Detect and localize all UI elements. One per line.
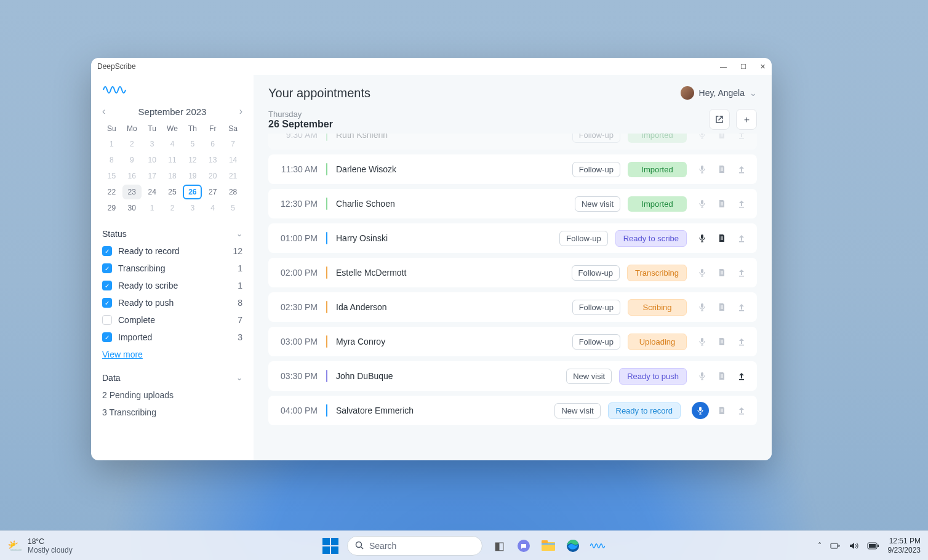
checkbox-icon[interactable]: ✓	[102, 263, 112, 273]
calendar-day[interactable]: 24	[143, 185, 162, 199]
tray-chevron-icon[interactable]: ˄	[818, 542, 822, 550]
calendar-day[interactable]: 6	[203, 137, 222, 151]
appointment-row[interactable]: 01:00 PM Harry Osinski Follow-up Ready t…	[268, 223, 757, 253]
user-menu[interactable]: Hey, Angela ⌄	[681, 86, 757, 100]
calendar-day[interactable]: 17	[143, 169, 162, 183]
upload-icon[interactable]	[737, 303, 748, 311]
document-icon[interactable]	[718, 134, 729, 139]
upload-icon[interactable]	[737, 234, 748, 242]
calendar-day[interactable]: 20	[203, 169, 222, 183]
upload-icon[interactable]	[737, 372, 748, 380]
status-filter[interactable]: ✓Transcribing1	[102, 263, 242, 273]
calendar-day[interactable]: 28	[223, 185, 242, 199]
document-icon[interactable]	[718, 303, 729, 311]
checkbox-icon[interactable]: ✓	[102, 246, 112, 256]
status-filter[interactable]: ✓Ready to record12	[102, 246, 242, 256]
checkbox-icon[interactable]: ✓	[102, 332, 112, 342]
minimize-icon[interactable]: —	[720, 63, 727, 71]
document-icon[interactable]	[718, 337, 729, 346]
calendar-day[interactable]: 9	[122, 153, 142, 167]
status-filter[interactable]: ✓Ready to push8	[102, 298, 242, 308]
calendar-day[interactable]: 12	[183, 153, 202, 167]
mic-icon[interactable]	[698, 337, 709, 346]
mic-icon[interactable]	[698, 199, 709, 208]
calendar-day[interactable]: 4	[203, 201, 222, 215]
calendar-day[interactable]: 10	[143, 153, 162, 167]
weather-widget[interactable]: ⛅ 18°C Mostly cloudy	[7, 537, 73, 554]
appointment-row[interactable]: 11:30 AM Darlene Wisozk Follow-up Import…	[268, 154, 757, 184]
maximize-icon[interactable]: ☐	[740, 63, 746, 71]
next-month-icon[interactable]: ›	[239, 106, 242, 117]
mic-icon[interactable]	[698, 268, 709, 277]
calendar-day[interactable]: 1	[102, 137, 121, 151]
chat-icon[interactable]	[516, 538, 532, 554]
checkbox-icon[interactable]: ✓	[102, 281, 112, 290]
deepscribe-taskbar-icon[interactable]	[590, 538, 606, 554]
calendar-day[interactable]: 27	[203, 185, 222, 199]
appointment-row[interactable]: 02:30 PM Ida Anderson Follow-up Scribing	[268, 292, 757, 322]
checkbox-icon[interactable]	[102, 315, 112, 325]
document-icon[interactable]	[718, 199, 729, 208]
mic-icon[interactable]	[698, 165, 709, 174]
calendar-day[interactable]: 14	[223, 153, 242, 167]
appointment-row[interactable]: 02:00 PM Estelle McDermott Follow-up Tra…	[268, 258, 757, 287]
prev-month-icon[interactable]: ‹	[102, 106, 105, 117]
network-icon[interactable]	[830, 542, 840, 550]
calendar-day[interactable]: 1	[143, 201, 162, 215]
calendar-day[interactable]: 30	[122, 201, 142, 215]
calendar-day[interactable]: 2	[122, 137, 142, 151]
mic-icon[interactable]	[698, 134, 709, 139]
mic-icon[interactable]	[698, 372, 709, 380]
document-icon[interactable]	[718, 268, 729, 277]
calendar-day[interactable]: 16	[122, 169, 142, 183]
titlebar[interactable]: DeepScribe — ☐ ✕	[91, 58, 772, 75]
calendar-day[interactable]: 5	[223, 201, 242, 215]
calendar-day[interactable]: 21	[223, 169, 242, 183]
document-icon[interactable]	[718, 406, 729, 415]
status-section-header[interactable]: Status ⌄	[102, 229, 242, 239]
calendar-day[interactable]: 7	[223, 137, 242, 151]
calendar-day[interactable]: 15	[102, 169, 121, 183]
view-more-link[interactable]: View more	[102, 350, 242, 359]
status-filter[interactable]: ✓Ready to scribe1	[102, 281, 242, 290]
upload-icon[interactable]	[737, 199, 748, 208]
volume-icon[interactable]	[849, 542, 858, 550]
status-filter[interactable]: Complete7	[102, 315, 242, 325]
document-icon[interactable]	[718, 234, 729, 242]
pending-uploads[interactable]: 2 Pending uploads	[102, 390, 242, 400]
calendar-day[interactable]: 3	[183, 201, 202, 215]
data-section-header[interactable]: Data ⌄	[102, 373, 242, 383]
calendar-day[interactable]: 11	[163, 153, 182, 167]
open-external-button[interactable]	[709, 109, 730, 130]
start-button[interactable]	[322, 538, 338, 554]
appointment-row[interactable]: 9:30 AM Ruth Kshlerin Follow-up Imported	[268, 134, 757, 150]
edge-icon[interactable]	[565, 538, 581, 554]
calendar-day[interactable]: 3	[143, 137, 162, 151]
checkbox-icon[interactable]: ✓	[102, 298, 112, 308]
mic-icon[interactable]	[692, 402, 709, 419]
calendar-day[interactable]: 29	[102, 201, 121, 215]
clock[interactable]: 12:51 PM 9/23/2023	[888, 537, 921, 554]
appointment-row[interactable]: 04:00 PM Salvatore Emmerich New visit Re…	[268, 396, 757, 425]
calendar-day[interactable]: 26	[183, 185, 202, 199]
appointment-row[interactable]: 12:30 PM Charlie Schoen New visit Import…	[268, 189, 757, 218]
upload-icon[interactable]	[737, 406, 748, 415]
calendar-day[interactable]: 4	[163, 137, 182, 151]
add-appointment-button[interactable]: ＋	[736, 109, 757, 130]
mic-icon[interactable]	[698, 234, 709, 242]
mic-icon[interactable]	[698, 303, 709, 311]
calendar-day[interactable]: 19	[183, 169, 202, 183]
battery-icon[interactable]	[867, 542, 879, 550]
taskbar-search[interactable]: Search	[347, 536, 482, 556]
calendar-day[interactable]: 23	[122, 185, 142, 199]
upload-icon[interactable]	[737, 268, 748, 277]
close-icon[interactable]: ✕	[760, 63, 766, 71]
document-icon[interactable]	[718, 372, 729, 380]
calendar-day[interactable]: 25	[163, 185, 182, 199]
calendar-day[interactable]: 22	[102, 185, 121, 199]
document-icon[interactable]	[718, 165, 729, 174]
appointment-row[interactable]: 03:30 PM John DuBuque New visit Ready to…	[268, 361, 757, 391]
appointment-row[interactable]: 03:00 PM Myra Conroy Follow-up Uploading	[268, 327, 757, 356]
calendar-day[interactable]: 8	[102, 153, 121, 167]
calendar-day[interactable]: 18	[163, 169, 182, 183]
